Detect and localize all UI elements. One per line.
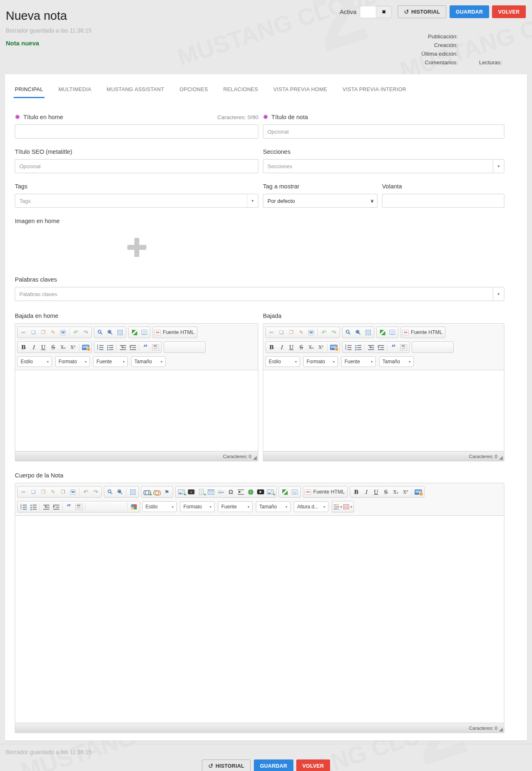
paste-word-button[interactable]: W xyxy=(306,327,316,337)
align-left-button[interactable] xyxy=(165,342,175,352)
paste-text-button[interactable]: ✎ xyxy=(48,327,58,337)
maximize-button[interactable] xyxy=(280,487,290,497)
find-button[interactable] xyxy=(105,487,115,497)
strike-button[interactable]: S xyxy=(296,342,306,352)
copy-button[interactable]: ❏ xyxy=(28,487,38,497)
cuerpo-editor-content[interactable] xyxy=(15,516,504,723)
palabras-claves-select[interactable]: Palabras claves ▾ xyxy=(15,287,504,301)
align-right-button[interactable] xyxy=(433,342,443,352)
history-button[interactable]: ↺ HISTORIAL xyxy=(202,759,251,771)
align-justify-button[interactable] xyxy=(443,342,452,352)
image-add-button[interactable]: + xyxy=(265,487,275,497)
save-button[interactable]: GUARDAR xyxy=(254,759,293,771)
bold-button[interactable]: B xyxy=(19,342,28,352)
bajada-home-editor-content[interactable] xyxy=(15,370,258,451)
align-justify-button[interactable] xyxy=(116,502,126,512)
page-break-button[interactable] xyxy=(236,487,246,497)
copy-button[interactable]: ❏ xyxy=(277,327,286,337)
resize-handle[interactable] xyxy=(253,456,257,460)
history-button[interactable]: ↺ HISTORIAL xyxy=(398,5,446,18)
table-button[interactable] xyxy=(206,487,216,497)
tags-select[interactable]: ▾ xyxy=(15,194,258,208)
align-justify-button[interactable] xyxy=(195,342,204,352)
source-button[interactable]: Fuente HTML xyxy=(304,487,347,497)
tama-o-combo[interactable]: Tamaño▾ xyxy=(256,501,291,512)
formato-combo[interactable]: Formato▾ xyxy=(180,501,215,512)
bulleted-list-button[interactable] xyxy=(353,342,363,352)
anchor-button[interactable]: ⚑ xyxy=(162,487,172,497)
back-button[interactable]: VOLVER xyxy=(296,759,330,771)
active-toggle[interactable]: ✖ xyxy=(360,6,392,18)
superscript-button[interactable]: X² xyxy=(316,342,326,352)
remove-html-button[interactable] xyxy=(81,342,91,352)
find-button[interactable] xyxy=(343,327,353,337)
estilo-combo[interactable]: Estilo▾ xyxy=(265,356,300,367)
colors-grid-button[interactable]: ▾ xyxy=(333,502,343,512)
outdent-button[interactable] xyxy=(366,342,376,352)
table-red-button[interactable]: ▾ xyxy=(343,502,353,512)
resize-handle[interactable] xyxy=(499,728,503,731)
undo-button[interactable]: ↶ xyxy=(71,327,81,337)
select-all-button[interactable] xyxy=(363,327,373,337)
replace-button[interactable] xyxy=(353,327,363,337)
undo-button[interactable]: ↶ xyxy=(319,327,329,337)
remove-html-button[interactable] xyxy=(413,487,423,497)
div-container-button[interactable] xyxy=(150,342,160,352)
show-blocks-button[interactable] xyxy=(387,327,397,337)
numbered-list-button[interactable] xyxy=(19,502,28,512)
paste-plain-button[interactable]: ❒ xyxy=(58,487,68,497)
div-container-button[interactable] xyxy=(398,342,408,352)
nota-nueva-link[interactable]: Nota nueva xyxy=(6,40,39,47)
resize-handle[interactable] xyxy=(499,456,503,460)
tab-multimedia[interactable]: MULTIMEDIA xyxy=(59,87,91,98)
tag-a-mostrar-select[interactable]: Por defecto ∨ xyxy=(263,194,377,208)
superscript-button[interactable]: X² xyxy=(68,342,78,352)
align-left-button[interactable] xyxy=(413,342,423,352)
blockquote-button[interactable]: ” xyxy=(64,502,74,512)
paste-word-button[interactable]: W xyxy=(68,487,78,497)
google-maps-button[interactable] xyxy=(129,502,139,512)
tama-o-combo[interactable]: Tamaño▾ xyxy=(379,356,414,367)
maximize-button[interactable] xyxy=(377,327,387,337)
estilo-combo[interactable]: Estilo▾ xyxy=(17,356,52,367)
image-button[interactable]: + xyxy=(176,487,186,497)
tags-input[interactable] xyxy=(15,194,258,207)
redo-button[interactable]: ↷ xyxy=(91,487,101,497)
fuente-combo[interactable]: Fuente▾ xyxy=(93,356,128,367)
link-button[interactable]: + xyxy=(142,487,152,497)
align-center-button[interactable] xyxy=(423,342,433,352)
add-image-icon[interactable] xyxy=(127,238,146,257)
blockquote-button[interactable]: ” xyxy=(389,342,398,352)
formato-combo[interactable]: Formato▾ xyxy=(303,356,338,367)
italic-button[interactable]: I xyxy=(28,342,38,352)
outdent-button[interactable] xyxy=(41,502,51,512)
bajada-editor-content[interactable] xyxy=(263,370,504,451)
paste-button[interactable]: ❐ xyxy=(38,487,48,497)
numbered-list-button[interactable] xyxy=(343,342,353,352)
paste-button[interactable]: ❐ xyxy=(38,327,48,337)
outdent-button[interactable] xyxy=(118,342,128,352)
redo-button[interactable]: ↷ xyxy=(329,327,339,337)
undo-button[interactable]: ↶ xyxy=(81,487,91,497)
underline-button[interactable]: U xyxy=(371,487,381,497)
youtube-button[interactable] xyxy=(255,487,265,497)
globe-button[interactable] xyxy=(246,487,255,497)
titulo-home-input[interactable] xyxy=(15,125,258,139)
save-button[interactable]: GUARDAR xyxy=(450,5,489,18)
subscript-button[interactable]: X₂ xyxy=(391,487,401,497)
paste-word-button[interactable]: W xyxy=(58,327,68,337)
formato-combo[interactable]: Formato▾ xyxy=(55,356,90,367)
tab-opciones[interactable]: OPCIONES xyxy=(180,87,208,98)
secciones-dropdown-button[interactable]: ▾ xyxy=(493,160,504,173)
copy-button[interactable]: ❏ xyxy=(28,327,38,337)
source-button[interactable]: Fuente HTML xyxy=(154,327,196,337)
back-button[interactable]: VOLVER xyxy=(492,5,526,18)
italic-button[interactable]: I xyxy=(361,487,371,497)
cut-button[interactable]: ✂ xyxy=(267,327,277,337)
div-container-button[interactable] xyxy=(74,502,84,512)
subscript-button[interactable]: X₂ xyxy=(58,342,68,352)
titulo-seo-input[interactable] xyxy=(15,159,258,173)
doc-plus-button[interactable]: + xyxy=(196,487,206,497)
strike-button[interactable]: S xyxy=(381,487,391,497)
select-all-button[interactable] xyxy=(128,487,138,497)
